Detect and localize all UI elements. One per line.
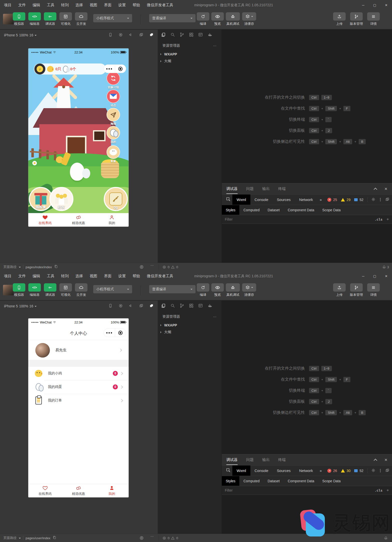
- tab-computed[interactable]: Computed: [239, 476, 264, 486]
- mode-select[interactable]: 小程序模式: [93, 285, 132, 293]
- tab-mine[interactable]: 我的: [95, 213, 129, 227]
- collapse-panel-icon[interactable]: [374, 459, 377, 462]
- editor-area[interactable]: 在打开的文件之间切换Ctrl1~9 在文件中查找Ctrl+Shift+F 切换终…: [222, 301, 392, 454]
- menu-item[interactable]: 工具: [47, 274, 54, 279]
- watch-icon[interactable]: [139, 265, 144, 270]
- copy-path-icon[interactable]: [53, 536, 56, 540]
- settings-gear-icon[interactable]: [371, 468, 375, 473]
- menu-item[interactable]: 微信开发者工具: [147, 274, 173, 279]
- tab-debugger[interactable]: 调试器: [226, 186, 238, 191]
- list-item-my-chicken[interactable]: 我的小鸡 0: [28, 367, 129, 380]
- tab-computed[interactable]: Computed: [239, 205, 264, 215]
- compile-button[interactable]: 编译: [196, 12, 210, 26]
- diagnostics[interactable]: 0 0: [162, 263, 178, 271]
- tab-dataset[interactable]: Dataset: [264, 205, 284, 215]
- tab-output[interactable]: 输出: [262, 186, 270, 191]
- tab-dataset[interactable]: Dataset: [264, 476, 284, 486]
- tab-scope-data[interactable]: Scope Data: [318, 476, 345, 486]
- close-button[interactable]: ✕: [380, 0, 392, 10]
- debugger-button[interactable]: 调试器: [43, 283, 57, 297]
- watch-icon[interactable]: [139, 536, 144, 541]
- friends-button[interactable]: 好友: [49, 187, 73, 211]
- menu-item[interactable]: 帮助: [133, 274, 140, 279]
- poster-button[interactable]: 海报: [107, 108, 120, 126]
- tab-problems[interactable]: 问题: [246, 186, 254, 191]
- cloud-dev-button[interactable]: 云开发: [74, 12, 88, 26]
- copy-path-icon[interactable]: [54, 265, 58, 269]
- record-icon[interactable]: [119, 304, 123, 309]
- close-panel-icon[interactable]: ✕: [384, 458, 387, 462]
- preview-button[interactable]: 预览: [211, 283, 225, 297]
- status-more-icon[interactable]: ⋯: [150, 263, 154, 267]
- menu-item[interactable]: 选择: [75, 274, 83, 279]
- tab-console[interactable]: Console: [250, 194, 273, 205]
- menu-item[interactable]: 项目: [4, 3, 12, 8]
- tab-wxml[interactable]: Wxml: [232, 465, 250, 476]
- version-control-button[interactable]: 版本管理: [348, 12, 364, 26]
- menu-item[interactable]: 视图: [90, 3, 97, 8]
- visualization-button[interactable]: 可视化: [59, 283, 73, 297]
- new-style-rule-button[interactable]: +: [386, 488, 389, 493]
- detach-simulator-icon[interactable]: [149, 304, 154, 309]
- minimize-button[interactable]: ─: [357, 271, 369, 281]
- menu-item[interactable]: 文件: [18, 274, 26, 279]
- layout-icon[interactable]: [198, 303, 203, 309]
- new-style-rule-button[interactable]: +: [386, 217, 389, 222]
- list-item-my-eggs[interactable]: 我的鸡蛋 0: [28, 380, 129, 394]
- inspect-element-icon[interactable]: [226, 468, 231, 473]
- cloud-dev-button[interactable]: 云开发: [74, 283, 88, 297]
- editor-button[interactable]: </> 编辑器: [28, 283, 42, 297]
- menu-item[interactable]: 帮助: [133, 3, 140, 8]
- compile-mode-select[interactable]: 普通编译: [149, 14, 195, 22]
- more-button[interactable]: [104, 329, 115, 337]
- minimize-button[interactable]: ─: [357, 0, 369, 10]
- tab-styles[interactable]: Styles: [222, 476, 239, 486]
- collapse-panel-icon[interactable]: [374, 188, 377, 191]
- menu-item[interactable]: 设置: [118, 3, 126, 8]
- simulator-button[interactable]: 模拟器: [12, 12, 26, 26]
- list-item-my-orders[interactable]: 我的订单: [28, 394, 129, 407]
- debugger-button[interactable]: 调试器: [43, 12, 57, 26]
- exit-button[interactable]: [115, 65, 126, 73]
- more-actions-icon[interactable]: ⋯: [213, 315, 217, 319]
- diagnostics[interactable]: 0 0: [162, 534, 178, 542]
- exit-button[interactable]: [115, 329, 126, 337]
- dock-side-icon[interactable]: [385, 197, 389, 202]
- close-panel-icon[interactable]: ✕: [384, 187, 387, 191]
- music-button[interactable]: ♪: [34, 63, 45, 75]
- details-button[interactable]: 详情: [365, 12, 381, 26]
- mine-button[interactable]: 我的: [107, 126, 120, 144]
- tab-wxml[interactable]: Wxml: [232, 194, 250, 205]
- editor-area[interactable]: 在打开的文件之间切换Ctrl1~9 在文件中查找Ctrl+Shift+F 切换终…: [222, 30, 392, 183]
- console-counters[interactable]: 26 30 52: [327, 469, 363, 473]
- console-counters[interactable]: 25 29 52: [327, 198, 363, 202]
- menu-item[interactable]: 转到: [61, 274, 69, 279]
- compile-button[interactable]: 编译: [196, 283, 210, 297]
- menu-item[interactable]: 视图: [90, 274, 97, 279]
- tree-item-outline[interactable]: 大纲: [158, 58, 222, 65]
- page-path-label[interactable]: 页面路径: [4, 536, 17, 540]
- close-button[interactable]: ✕: [380, 271, 392, 281]
- tab-deals[interactable]: 精选优惠: [62, 213, 95, 227]
- tab-component-data[interactable]: Component Data: [284, 476, 318, 486]
- extensions-icon[interactable]: [189, 32, 194, 38]
- tree-item-wxapp[interactable]: WXAPP: [158, 322, 222, 329]
- inspect-element-icon[interactable]: [226, 197, 231, 202]
- kebab-menu-icon[interactable]: [380, 199, 381, 200]
- menu-item[interactable]: 编辑: [33, 3, 40, 8]
- device-select[interactable]: iPhone 5 100% 16: [4, 33, 37, 37]
- more-button[interactable]: [104, 65, 115, 73]
- feed-bag-button[interactable]: 0g: [104, 187, 128, 211]
- files-icon[interactable]: [161, 303, 166, 309]
- dock-side-icon[interactable]: [385, 468, 389, 473]
- files-icon[interactable]: [161, 32, 166, 38]
- profile-row[interactable]: 易先生: [28, 341, 129, 360]
- menu-item[interactable]: 微信开发者工具: [147, 3, 173, 8]
- feed-news-button[interactable]: 动态: [107, 90, 120, 107]
- docker-icon[interactable]: [207, 32, 213, 38]
- menu-item[interactable]: 项目: [4, 274, 12, 279]
- compile-mode-select[interactable]: 普通编译: [149, 285, 195, 293]
- tab-problems[interactable]: 问题: [246, 457, 254, 462]
- filter-input[interactable]: [225, 488, 373, 492]
- tab-console[interactable]: Console: [250, 465, 273, 476]
